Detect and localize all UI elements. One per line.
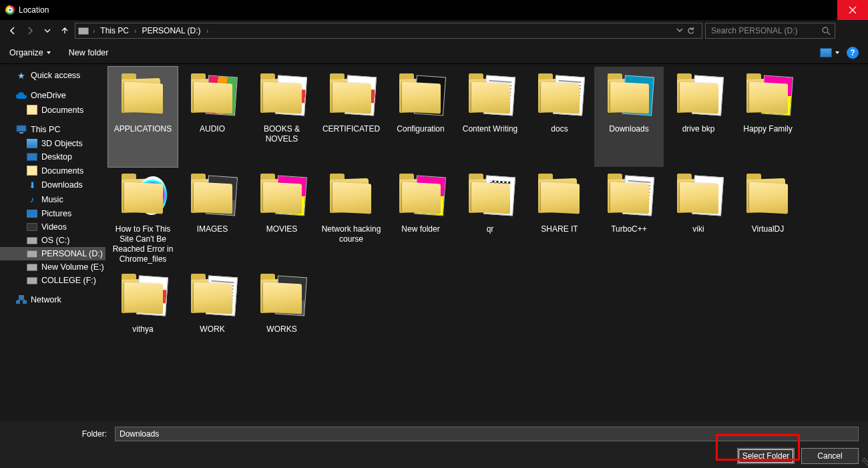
- folder-item[interactable]: APPLICATIONS: [108, 67, 178, 167]
- folder-thumbnail: [395, 69, 446, 120]
- drive-icon: [27, 237, 37, 244]
- folder-grid: APPLICATIONSAUDIOBOOKS & NOVELSCERTIFICA…: [105, 64, 868, 421]
- forward-button[interactable]: [23, 23, 37, 38]
- folder-thumbnail: [673, 69, 724, 120]
- folder-label: Configuration: [396, 124, 445, 134]
- svg-rect-4: [16, 300, 20, 304]
- toolbar: Organize New folder ?: [0, 41, 868, 64]
- close-button[interactable]: [837, 0, 868, 20]
- drive-icon: [27, 250, 37, 258]
- folder-label: viki: [692, 224, 704, 234]
- view-menu[interactable]: [820, 48, 840, 57]
- star-icon: ★: [16, 70, 27, 81]
- folder-thumbnail: [326, 170, 377, 220]
- folder-item[interactable]: qr: [455, 167, 525, 267]
- folder-thumbnail: [326, 69, 377, 120]
- folder-item[interactable]: viki: [664, 167, 733, 267]
- folder-name-input[interactable]: [115, 427, 859, 441]
- chevron-right-icon[interactable]: ›: [91, 27, 96, 35]
- folder-item[interactable]: WORK: [178, 267, 247, 367]
- recent-dropdown[interactable]: [40, 23, 55, 38]
- breadcrumb-drive[interactable]: PERSONAL (D:): [140, 26, 202, 35]
- folder-item[interactable]: Downloads: [594, 67, 664, 167]
- tree-network[interactable]: Network: [0, 292, 105, 307]
- tree-drive-e[interactable]: New Volume (E:): [0, 260, 105, 274]
- view-icon: [820, 48, 832, 57]
- folder-label: docs: [550, 124, 568, 134]
- tree-drive-f[interactable]: COLLEGE (F:): [0, 274, 105, 287]
- folder-item[interactable]: SHARE IT: [525, 167, 594, 267]
- search-input[interactable]: [710, 25, 822, 36]
- folder-label: SHARE IT: [540, 224, 578, 234]
- tree-drive-d[interactable]: PERSONAL (D:): [0, 247, 105, 260]
- organize-menu[interactable]: Organize: [9, 48, 51, 57]
- tree-label: Desktop: [41, 152, 72, 162]
- select-folder-button[interactable]: Select Folder: [737, 448, 795, 464]
- tree-label: Documents: [41, 105, 83, 115]
- drive-icon: [78, 27, 89, 35]
- folder-item[interactable]: WORKS: [247, 267, 316, 367]
- back-button[interactable]: [5, 23, 20, 38]
- folder-thumbnail: [534, 170, 585, 220]
- folder-item[interactable]: docs: [525, 67, 594, 167]
- search-box[interactable]: [705, 23, 835, 39]
- nav-tree: ★Quick access OneDrive Documents This PC…: [0, 64, 105, 421]
- folder-item[interactable]: New folder: [386, 167, 455, 267]
- tree-3d-objects[interactable]: 3D Objects: [0, 137, 105, 150]
- tree-music[interactable]: ♪Music: [0, 192, 105, 207]
- folder-item[interactable]: AUDIO: [178, 67, 247, 167]
- svg-point-0: [823, 27, 828, 33]
- folder-label: MOVIES: [266, 224, 298, 234]
- tree-this-pc[interactable]: This PC: [0, 122, 105, 137]
- help-button[interactable]: ?: [847, 47, 859, 59]
- tree-quick-access[interactable]: ★Quick access: [0, 68, 105, 83]
- folder-thumbnail: [187, 270, 238, 320]
- folder-label: AUDIO: [199, 124, 226, 134]
- folder-item[interactable]: CERTIFICATED: [316, 67, 386, 167]
- folder-label: IMAGES: [196, 224, 229, 234]
- tree-desktop[interactable]: Desktop: [0, 150, 105, 164]
- chevron-right-icon[interactable]: ›: [133, 27, 138, 35]
- chevron-right-icon[interactable]: ›: [205, 27, 210, 35]
- folder-item[interactable]: IMAGES: [178, 167, 247, 267]
- tree-onedrive[interactable]: OneDrive: [0, 88, 105, 103]
- new-folder-button[interactable]: New folder: [69, 48, 109, 57]
- folder-label: Network hacking course: [318, 224, 385, 244]
- breadcrumb-thispc[interactable]: This PC: [99, 26, 130, 35]
- tree-label: 3D Objects: [41, 139, 83, 148]
- network-icon: [16, 294, 27, 305]
- folder-item[interactable]: Happy Family: [733, 67, 803, 167]
- folder-item[interactable]: How to Fix This Site Can't Be Reached Er…: [108, 167, 178, 267]
- folder-item[interactable]: VirtualDJ: [733, 167, 803, 267]
- address-dropdown-icon[interactable]: [676, 27, 683, 35]
- folder-item[interactable]: Network hacking course: [316, 167, 386, 267]
- tree-videos[interactable]: Videos: [0, 220, 105, 234]
- folder-item[interactable]: drive bkp: [664, 67, 733, 167]
- tree-drive-c[interactable]: OS (C:): [0, 234, 105, 247]
- folder-label: New folder: [401, 224, 440, 234]
- folder-thumbnail: [465, 69, 515, 120]
- up-button[interactable]: [57, 23, 72, 38]
- folder-item[interactable]: BOOKS & NOVELS: [247, 67, 316, 167]
- window-title: Location: [19, 5, 49, 15]
- tree-onedrive-documents[interactable]: Documents: [0, 103, 105, 117]
- folder-thumbnail: [534, 69, 585, 120]
- tree-downloads[interactable]: ⬇Downloads: [0, 178, 105, 192]
- tree-label: Network: [31, 295, 61, 304]
- tree-label: COLLEGE (F:): [41, 276, 96, 285]
- tree-pictures[interactable]: Pictures: [0, 207, 105, 220]
- folder-item[interactable]: vithya: [108, 267, 178, 367]
- tree-documents[interactable]: Documents: [0, 164, 105, 178]
- folder-item[interactable]: Configuration: [386, 67, 455, 167]
- folder-thumbnail: [187, 170, 238, 220]
- refresh-icon[interactable]: [687, 27, 695, 35]
- folder-item[interactable]: MOVIES: [247, 167, 316, 267]
- folder-item[interactable]: TurboC++: [594, 167, 664, 267]
- folder-item[interactable]: Content Writing: [455, 67, 525, 167]
- tree-label: Documents: [41, 166, 83, 176]
- download-icon: ⬇: [27, 180, 37, 190]
- cancel-button[interactable]: Cancel: [801, 448, 859, 464]
- 3d-icon: [27, 139, 37, 148]
- address-bar[interactable]: › This PC › PERSONAL (D:) ›: [75, 23, 702, 39]
- folder-label: Happy Family: [742, 124, 793, 134]
